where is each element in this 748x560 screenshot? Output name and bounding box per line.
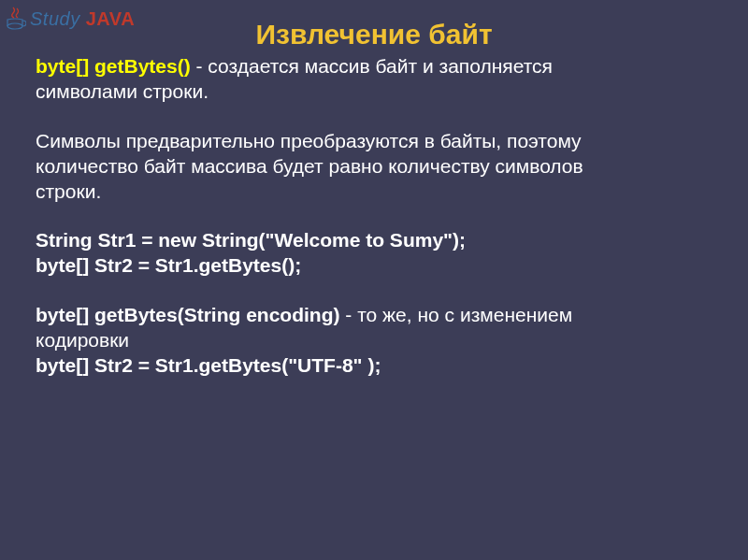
spacer xyxy=(36,105,712,129)
code1-line1: String Str1 = new String("Welcome to Sum… xyxy=(36,228,712,253)
slide: Study JAVA Извлечение байт byte[] getByt… xyxy=(0,0,748,560)
slide-title: Извлечение байт xyxy=(0,19,748,50)
signature-line-2: символами строки. xyxy=(36,79,712,105)
para2-line2: количество байт массива будет равно коли… xyxy=(36,154,712,179)
code1-line2: byte[] Str2 = Str1.getBytes(); xyxy=(36,253,712,279)
signature-line-1: byte[] getBytes() - создается массив бай… xyxy=(36,54,712,79)
code2-line1: byte[] Str2 = Str1.getBytes("UTF-8" ); xyxy=(36,353,712,379)
spacer xyxy=(36,279,712,303)
sig2-desc: - то же, но с изменением xyxy=(340,304,573,325)
sig2: byte[] getBytes(String encoding) xyxy=(36,304,340,325)
sig-type: byte[] xyxy=(36,55,94,77)
spacer xyxy=(36,204,712,228)
signature2-line2: кодировки xyxy=(36,328,712,353)
sig-paren: () xyxy=(178,55,191,77)
slide-content: byte[] getBytes() - создается массив бай… xyxy=(36,54,712,379)
signature2-line1: byte[] getBytes(String encoding) - то же… xyxy=(36,303,712,328)
para2-line1: Символы предварительно преобразуются в б… xyxy=(36,129,712,154)
para2-line3: строки. xyxy=(36,179,712,205)
sig-name: getBytes xyxy=(94,55,178,77)
sig-desc1: - создается массив байт и заполняется xyxy=(191,55,553,77)
